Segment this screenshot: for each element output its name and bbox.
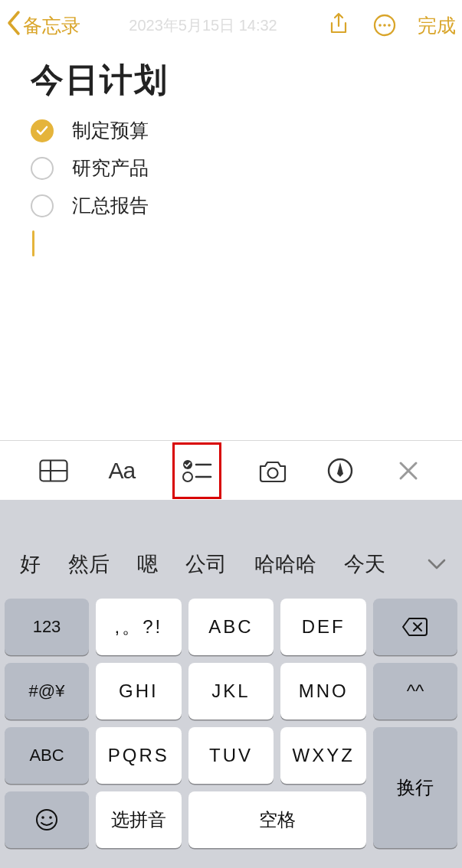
svg-point-2 [383, 24, 386, 27]
table-icon[interactable] [37, 454, 70, 488]
svg-point-9 [183, 472, 192, 481]
chevron-left-icon [6, 10, 21, 36]
key-abc-mode[interactable]: ABC [5, 727, 89, 784]
format-toolbar: Aa [0, 440, 462, 500]
suggestion-item[interactable]: 嗯 [123, 550, 172, 578]
checklist-text: 制定预算 [72, 118, 149, 143]
svg-point-13 [37, 810, 57, 830]
key-jkl[interactable]: JKL [188, 663, 274, 720]
more-icon[interactable] [372, 12, 398, 38]
camera-icon[interactable] [256, 454, 290, 488]
keyboard-grid: 123 ,。?! ABC DEF #@¥ GHI JKL MNO ^^ ABC … [0, 592, 462, 868]
suggestion-item[interactable]: 今天 [330, 550, 399, 578]
enter-key[interactable]: 换行 [373, 727, 457, 848]
key-face[interactable]: ^^ [373, 663, 457, 720]
suggestion-item[interactable]: 哈哈哈 [241, 550, 330, 578]
key-symbols[interactable]: #@¥ [5, 663, 89, 720]
suggestion-item[interactable]: 公司 [172, 550, 241, 578]
backspace-key[interactable] [373, 599, 457, 655]
key-mno[interactable]: MNO [280, 663, 366, 720]
key-wxyz[interactable]: WXYZ [280, 727, 366, 784]
svg-point-14 [41, 816, 44, 819]
nav-bar: 备忘录 2023年5月15日 14:32 完成 [0, 0, 462, 51]
emoji-key[interactable] [5, 791, 89, 848]
space-key[interactable]: 空格 [188, 791, 366, 848]
svg-point-11 [267, 468, 277, 478]
svg-point-15 [49, 816, 52, 819]
keyboard-gap [0, 500, 462, 536]
note-title: 今日计划 [31, 58, 431, 103]
keyboard: 好 然后 嗯 公司 哈哈哈 今天 123 ,。?! ABC DEF #@¥ GH… [0, 500, 462, 868]
checkbox-checked-icon[interactable] [31, 119, 54, 142]
checkbox-unchecked-icon[interactable] [31, 194, 54, 217]
key-punct[interactable]: ,。?! [96, 599, 182, 655]
checklist-item[interactable]: 制定预算 [31, 118, 431, 143]
checklist-text: 汇总报告 [72, 193, 149, 218]
suggestion-bar: 好 然后 嗯 公司 哈哈哈 今天 [0, 536, 462, 592]
back-label: 备忘录 [23, 13, 80, 38]
pinyin-key[interactable]: 选拼音 [96, 791, 182, 848]
key-pqrs[interactable]: PQRS [96, 727, 182, 784]
checklist-item[interactable]: 汇总报告 [31, 193, 431, 218]
checkbox-unchecked-icon[interactable] [31, 157, 54, 180]
svg-point-1 [378, 24, 382, 27]
svg-point-3 [388, 24, 391, 27]
key-ghi[interactable]: GHI [96, 663, 182, 720]
key-tuv[interactable]: TUV [188, 727, 274, 784]
key-123[interactable]: 123 [5, 599, 89, 655]
note-timestamp: 2023年5月15日 14:32 [80, 15, 326, 36]
key-abc[interactable]: ABC [188, 599, 274, 655]
back-button[interactable]: 备忘录 [6, 13, 80, 38]
text-format-button[interactable]: Aa [105, 454, 139, 488]
share-icon[interactable] [326, 12, 352, 38]
chevron-down-icon[interactable] [418, 558, 456, 570]
checklist-text: 研究产品 [72, 155, 149, 181]
checklist-button[interactable] [172, 441, 221, 501]
checklist-item[interactable]: 研究产品 [31, 155, 431, 181]
key-def[interactable]: DEF [280, 599, 366, 655]
note-body[interactable]: 今日计划 制定预算 研究产品 汇总报告 [0, 51, 462, 256]
done-button[interactable]: 完成 [418, 13, 456, 38]
suggestion-item[interactable]: 好 [6, 550, 54, 578]
markup-icon[interactable] [323, 454, 357, 488]
suggestion-item[interactable]: 然后 [54, 550, 123, 578]
text-cursor [32, 230, 34, 256]
close-icon[interactable] [392, 454, 425, 488]
